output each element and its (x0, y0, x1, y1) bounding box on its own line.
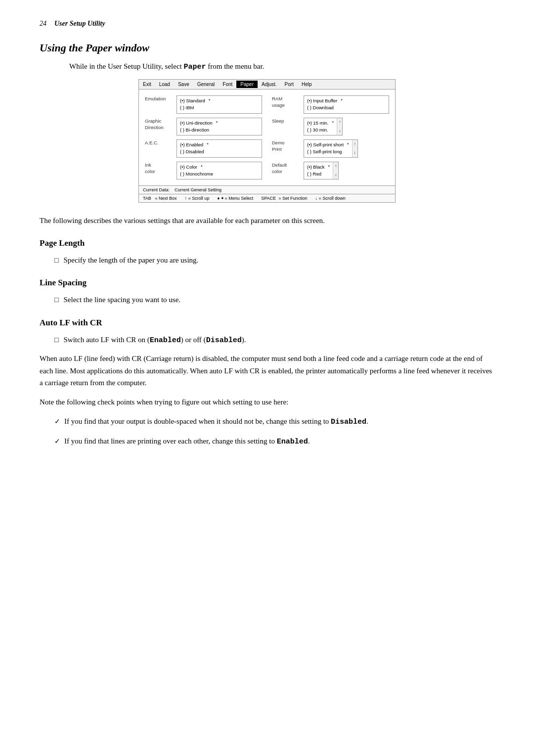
ui-settings-grid: Emulation (•) Standard * ( ) IBM Graphic… (145, 93, 389, 181)
ink-color-mono: ( ) Monochrome (180, 171, 259, 178)
menu-load[interactable]: Load (155, 81, 174, 88)
check-text-2: If you find that lines are printing over… (64, 435, 310, 448)
page-length-title: Page Length (40, 238, 494, 248)
sleep-down-arrow[interactable]: ↓ (337, 127, 342, 135)
default-red: ( ) Red (307, 171, 330, 178)
graphic-direction-field: (•) Uni-direction * ( ) Bi-direction (177, 118, 262, 136)
check-text-1: If you find that your output is double-s… (64, 415, 368, 428)
demo-up-arrow[interactable]: ↑ (353, 140, 357, 148)
page-length-bullet: □ Specify the length of the paper you ar… (54, 254, 494, 266)
intro-mono: Paper (183, 63, 206, 71)
help-space: SPACE = Set Function (261, 196, 307, 201)
ui-screenshot: Exit Load Save General Font Paper Adjust… (138, 79, 396, 203)
emulation-field: (•) Standard * ( ) IBM (177, 95, 262, 114)
sleep-arrows: ↑ ↓ (337, 118, 343, 136)
check-item-1: ✓ If you find that your output is double… (54, 415, 494, 428)
aec-label: A.E.C. (145, 139, 174, 146)
page-number: 24 (40, 20, 46, 28)
graphic-direction-cell: GraphicDirection (•) Uni-direction * ( )… (145, 116, 262, 138)
bi-direction: ( ) Bi-direction (180, 127, 259, 133)
default-color-field: (•) Black * ( ) Red (304, 162, 333, 180)
ui-status-bar: Current Data: Current General Setting (139, 185, 395, 194)
aec-field: (•) Enabled * ( ) Disabled (177, 139, 262, 158)
ink-color-color: (•) Color * (180, 164, 259, 171)
checkmark-icon-1: ✓ (54, 416, 60, 427)
emulation-ibm: ( ) IBM (180, 104, 259, 111)
chapter-title: User Setup Utility (54, 20, 105, 28)
description-text: The following describes the various sett… (40, 215, 494, 226)
auto-lf-body-1: When auto LF (line feed) with CR (Carria… (40, 353, 494, 389)
checkmark-icon-2: ✓ (54, 436, 60, 447)
menu-paper[interactable]: Paper (236, 81, 258, 88)
check-item-2: ✓ If you find that lines are printing ov… (54, 435, 494, 448)
menu-font[interactable]: Font (219, 81, 236, 88)
ram-usage-label: RAMusage (272, 95, 301, 109)
default-color-label: Defaultcolor (272, 162, 301, 175)
ink-color-label: Inkcolor (145, 162, 174, 175)
intro-after: from the menu bar. (208, 62, 264, 70)
sleep-field-container: (•) 15 min. * ( ) 30 min. ↑ ↓ (304, 118, 343, 136)
menu-help[interactable]: Help (298, 81, 316, 88)
page-length-text: Specify the length of the paper you are … (63, 254, 198, 266)
checkbox-icon-1: □ (54, 255, 58, 266)
ram-usage-cell: RAMusage (•) Input Buffer * ( ) Download (272, 93, 389, 116)
demo-print-cell: DemoPrint (•) Self-print short * ( ) Sel… (272, 137, 389, 160)
menu-save[interactable]: Save (174, 81, 193, 88)
ram-input-buffer: (•) Input Buffer * (307, 97, 386, 104)
section-title: Using the Paper window (40, 42, 494, 54)
help-menu-select: ♦ ✦= Menu Select (217, 196, 253, 201)
sleep-field: (•) 15 min. * ( ) 30 min. (304, 118, 337, 136)
aec-cell: A.E.C. (•) Enabled * ( ) Disabled (145, 137, 262, 160)
default-color-up-arrow[interactable]: ↑ (333, 162, 338, 171)
ink-color-cell: Inkcolor (•) Color * ( ) Monochrome (145, 160, 262, 182)
intro-before: While in the User Setup Utility, select (69, 62, 182, 70)
graphic-direction-label: GraphicDirection (145, 118, 174, 131)
demo-self-long: ( ) Self-print long (307, 148, 349, 155)
line-spacing-text: Select the line spacing you want to use. (63, 294, 180, 306)
menu-adjust[interactable]: Adjust. (258, 81, 281, 88)
status-text: Current Data: Current General Setting (143, 187, 222, 192)
menu-port[interactable]: Port (281, 81, 298, 88)
help-tab: TAB = Next Box (143, 196, 177, 201)
auto-lf-cr-bullet: □ Switch auto LF with CR on (Enabled) or… (54, 334, 494, 347)
emulation-standard: (•) Standard * (180, 97, 259, 104)
emulation-label: Emulation (145, 95, 174, 102)
auto-lf-cr-title: Auto LF with CR (40, 318, 494, 328)
ui-menubar: Exit Load Save General Font Paper Adjust… (139, 80, 395, 89)
demo-down-arrow[interactable]: ↓ (353, 148, 357, 157)
aec-disabled: ( ) Disabled (180, 148, 259, 155)
demo-self-short: (•) Self-print short * (307, 141, 349, 148)
default-color-arrows: ↑ ↓ (333, 162, 339, 180)
sleep-up-arrow[interactable]: ↑ (337, 118, 342, 127)
ui-help-bar: TAB = Next Box ↑ = Scroll up ♦ ✦= Menu S… (139, 194, 395, 202)
checkbox-icon-2: □ (54, 295, 58, 306)
help-scroll-down: ↓ = Scroll down (315, 196, 345, 201)
checkbox-icon-3: □ (54, 335, 58, 346)
uni-direction: (•) Uni-direction * (180, 120, 259, 127)
demo-print-label: DemoPrint (272, 139, 301, 153)
default-color-down-arrow[interactable]: ↓ (333, 171, 338, 179)
menu-general[interactable]: General (193, 81, 219, 88)
aec-enabled: (•) Enabled * (180, 141, 259, 148)
page-header: 24 User Setup Utility (40, 20, 494, 28)
sleep-cell: Sleep (•) 15 min. * ( ) 30 min. ↑ ↓ (272, 116, 389, 138)
line-spacing-title: Line Spacing (40, 278, 494, 288)
demo-print-field: (•) Self-print short * ( ) Self-print lo… (304, 139, 352, 158)
intro-text: While in the User Setup Utility, select … (69, 62, 494, 71)
sleep-15: (•) 15 min. * (307, 120, 334, 127)
left-column: Emulation (•) Standard * ( ) IBM Graphic… (145, 93, 262, 181)
auto-lf-cr-text: Switch auto LF with CR on (Enabled) or o… (63, 334, 246, 347)
ram-download: ( ) Download (307, 104, 386, 111)
auto-lf-note: Note the following check points when try… (40, 396, 494, 408)
demo-print-arrows: ↑ ↓ (352, 139, 358, 158)
default-color-field-container: (•) Black * ( ) Red ↑ ↓ (304, 162, 339, 180)
ui-content: Emulation (•) Standard * ( ) IBM Graphic… (139, 89, 395, 185)
default-black: (•) Black * (307, 164, 330, 171)
ink-color-field: (•) Color * ( ) Monochrome (177, 162, 262, 180)
right-column: RAMusage (•) Input Buffer * ( ) Download… (272, 93, 389, 181)
line-spacing-bullet: □ Select the line spacing you want to us… (54, 294, 494, 306)
sleep-30: ( ) 30 min. (307, 127, 334, 133)
demo-print-field-container: (•) Self-print short * ( ) Self-print lo… (304, 139, 358, 158)
help-scroll-up: ↑ = Scroll up (185, 196, 210, 201)
menu-exit[interactable]: Exit (139, 81, 155, 88)
